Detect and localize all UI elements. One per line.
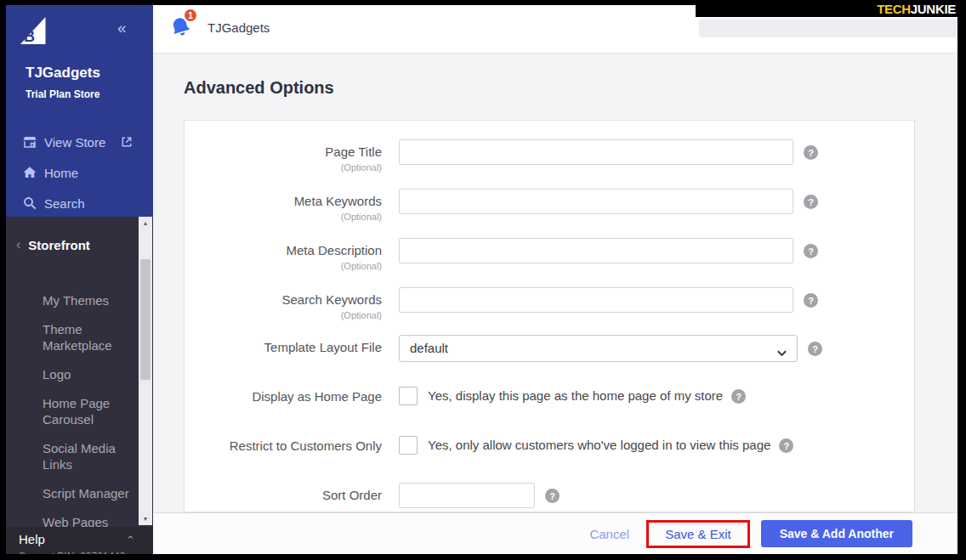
sidebar-store-section: B « TJGadgets Trial Plan Store View Stor…	[0, 0, 153, 217]
storefront-section-title: Storefront	[28, 238, 90, 252]
optional-hint: (Optional)	[185, 162, 382, 173]
form-action-bar: Cancel Save & Exit Save & Add Another	[153, 512, 966, 554]
form-row-search-keywords: Search Keywords (Optional) ?	[185, 287, 914, 320]
sort-order-input[interactable]	[399, 483, 535, 508]
display-home-checkbox[interactable]	[399, 387, 418, 405]
help-question-icon[interactable]: ?	[804, 293, 818, 308]
help-question-icon[interactable]: ?	[808, 342, 822, 356]
form-row-restrict-customers: Restrict to Customers Only Yes, only all…	[185, 436, 914, 455]
sidebar-item-search[interactable]: Search	[0, 189, 153, 218]
scroll-down-arrow-icon[interactable]: ▼	[139, 516, 152, 522]
advanced-options-card: Page Title (Optional) ? Meta Keywords (O…	[184, 120, 915, 512]
store-name: TJGadgets	[26, 65, 100, 82]
save-exit-button[interactable]: Save & Exit	[665, 527, 731, 541]
annotation-highlight-box: Save & Exit	[646, 520, 750, 548]
optional-hint: (Optional)	[185, 310, 382, 320]
field-label: Display as Home Page	[185, 388, 382, 405]
storefront-back-header[interactable]: ‹ Storefront	[0, 237, 136, 252]
external-link-icon	[120, 135, 134, 149]
techjunkie-logo: TECHJUNKIE	[696, 0, 966, 17]
search-icon	[22, 195, 37, 211]
field-label: Sort Order	[185, 487, 382, 504]
page-title: Advanced Options	[184, 78, 334, 98]
template-layout-select[interactable]: default	[399, 335, 798, 362]
scroll-up-arrow-icon[interactable]: ▲	[139, 220, 152, 226]
sidebar-scrollbar[interactable]: ▲ ▼	[139, 217, 152, 525]
form-row-meta-keywords: Meta Keywords (Optional) ?	[185, 189, 914, 222]
notifications-bell-button[interactable]: 1	[170, 13, 199, 42]
main-content: Advanced Options Page Title (Optional) ?…	[153, 54, 966, 554]
select-value: default	[410, 336, 448, 361]
form-row-sort-order: Sort Order ?	[185, 483, 914, 508]
optional-hint: (Optional)	[185, 261, 382, 271]
help-question-icon[interactable]: ?	[804, 145, 818, 160]
sidebar-item-view-store[interactable]: View Store	[0, 127, 153, 156]
field-label: Search Keywords	[185, 291, 382, 308]
help-question-icon[interactable]: ?	[804, 195, 818, 209]
help-question-icon[interactable]: ?	[731, 389, 746, 404]
form-row-page-title: Page Title (Optional) ?	[185, 139, 914, 173]
help-question-icon[interactable]: ?	[545, 489, 560, 503]
checkbox-caption: Yes, display this page as the home page …	[428, 387, 723, 405]
storefront-menu-list: My Themes Theme Marketplace Logo Home Pa…	[43, 292, 136, 543]
chevron-up-icon: ⌃	[126, 534, 135, 546]
help-question-icon[interactable]: ?	[779, 438, 793, 453]
scrollbar-thumb[interactable]	[140, 259, 151, 380]
sidebar-item-label: View Store	[44, 135, 105, 150]
search-keywords-input[interactable]	[399, 287, 793, 313]
page-title-input[interactable]	[399, 139, 793, 165]
field-label: Meta Description	[185, 242, 382, 259]
field-label: Template Layout File	[185, 339, 382, 356]
header-store-title: TJGadgets	[207, 20, 270, 35]
chevron-left-icon: ‹	[16, 237, 20, 252]
help-panel[interactable]: Help ⌃ Support PIN: 20761440	[0, 527, 153, 554]
techjunkie-logo-junkie: JUNKIE	[911, 2, 956, 16]
sidebar-item-home[interactable]: Home	[0, 158, 153, 187]
field-label: Restrict to Customers Only	[185, 438, 382, 455]
field-label: Meta Keywords	[185, 193, 382, 210]
chevron-down-icon	[777, 345, 787, 360]
screenshot-frame-right	[957, 0, 966, 560]
menu-item-my-themes[interactable]: My Themes	[43, 292, 136, 308]
home-icon	[22, 165, 37, 180]
screenshot-frame-left	[0, 0, 6, 560]
techjunkie-logo-tech: TECH	[877, 2, 911, 16]
form-row-meta-description: Meta Description (Optional) ?	[185, 238, 914, 271]
screenshot-frame-bottom	[0, 554, 966, 560]
menu-item-social-media-links[interactable]: Social Media Links	[43, 440, 136, 472]
screen: B « TJGadgets Trial Plan Store View Stor…	[0, 0, 966, 560]
checkbox-caption: Yes, only allow customers who've logged …	[428, 436, 770, 455]
store-plan: Trial Plan Store	[26, 88, 99, 100]
optional-hint: (Optional)	[185, 212, 382, 222]
cancel-button[interactable]: Cancel	[589, 527, 629, 541]
sidebar-storefront-menu: ‹ Storefront My Themes Theme Marketplace…	[0, 217, 153, 554]
save-add-another-button[interactable]: Save & Add Another	[761, 520, 912, 547]
menu-item-script-manager[interactable]: Script Manager	[43, 485, 136, 501]
storefront-icon	[22, 134, 37, 150]
form-row-display-home: Display as Home Page Yes, display this p…	[185, 387, 914, 405]
menu-item-home-page-carousel[interactable]: Home Page Carousel	[43, 395, 136, 427]
meta-description-input[interactable]	[399, 238, 793, 263]
help-label[interactable]: Help	[19, 532, 45, 546]
meta-keywords-input[interactable]	[399, 189, 793, 214]
sidebar-collapse-button[interactable]: «	[117, 19, 127, 37]
help-question-icon[interactable]: ?	[804, 244, 818, 258]
menu-item-theme-marketplace[interactable]: Theme Marketplace	[43, 321, 136, 354]
restrict-customers-checkbox[interactable]	[399, 436, 418, 455]
notification-count-badge: 1	[183, 8, 198, 23]
watermark-card	[699, 19, 960, 37]
bigcommerce-logo-icon[interactable]: B	[20, 17, 51, 44]
form-row-template-layout: Template Layout File default ?	[185, 335, 914, 362]
sidebar-item-label: Home	[44, 166, 78, 180]
menu-item-logo[interactable]: Logo	[43, 366, 136, 382]
logo-letter-b: B	[24, 28, 35, 46]
field-label: Page Title	[185, 144, 382, 161]
sidebar-item-label: Search	[44, 196, 85, 211]
